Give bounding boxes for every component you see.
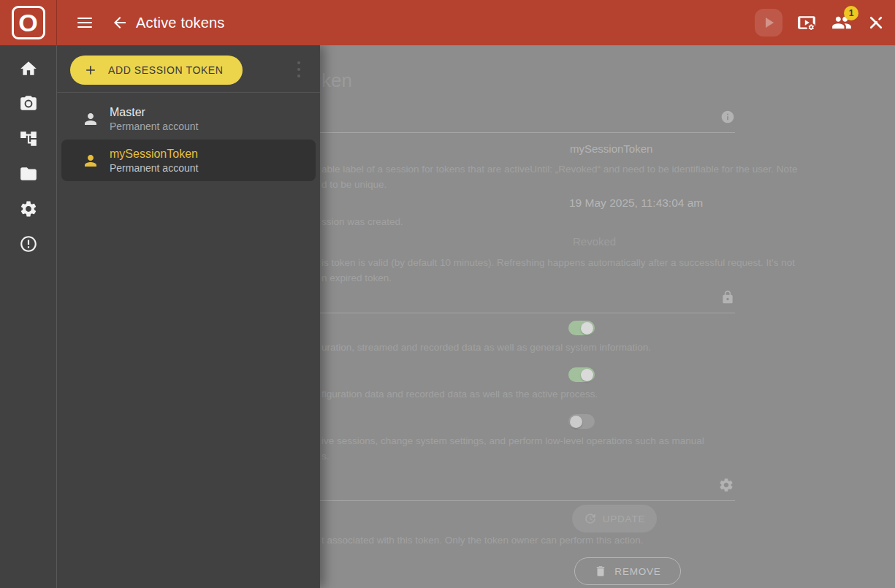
token-drawer: ADD SESSION TOKEN Master Permanent accou…	[57, 45, 320, 588]
topbar-actions: 1	[755, 9, 895, 37]
write-permission-help: figuration data and recorded data as wel…	[321, 389, 598, 400]
page-title: Active tokens	[136, 15, 225, 31]
label-help-line2: d to be unique.	[321, 179, 386, 190]
toggle-knob	[581, 369, 593, 381]
camera-icon[interactable]	[19, 94, 38, 113]
token-name: mySessionToken	[110, 148, 198, 161]
toggle-knob	[570, 416, 582, 428]
kebab-menu-icon[interactable]	[297, 61, 301, 77]
token-name: Master	[110, 106, 198, 119]
play-icon	[760, 14, 777, 31]
active-users-button[interactable]: 1	[831, 12, 853, 33]
add-session-token-button[interactable]: ADD SESSION TOKEN	[70, 56, 243, 85]
update-button[interactable]: UPDATE	[572, 505, 657, 532]
home-icon[interactable]	[19, 59, 38, 78]
admin-permission-help-line1: ive sessions, change system settings, an…	[321, 435, 704, 446]
page-title-fragment: ken	[321, 69, 352, 92]
remove-button[interactable]: REMOVE	[574, 557, 681, 585]
write-permission-toggle[interactable]	[568, 367, 595, 382]
gear-field-icon[interactable]	[718, 477, 734, 493]
admin-permission-toggle[interactable]	[568, 414, 595, 429]
token-subtitle: Permanent account	[110, 162, 198, 174]
token-subtitle: Permanent account	[110, 121, 198, 132]
info-icon[interactable]	[720, 110, 735, 124]
toggle-knob	[581, 322, 593, 335]
active-until-help-line2: n expired token.	[321, 272, 392, 283]
settings-icon[interactable]	[19, 199, 38, 218]
screen-record-settings-icon[interactable]	[797, 13, 816, 32]
read-permission-help: uration, streamed and recorded data as w…	[321, 342, 651, 353]
user-count-badge: 1	[844, 6, 858, 20]
token-list-item-mysessiontoken[interactable]: mySessionToken Permanent account	[61, 140, 316, 181]
menu-icon[interactable]	[77, 18, 92, 28]
play-button-disabled	[755, 9, 782, 37]
app-screen: ken mySessionToken able label of a sessi…	[0, 0, 895, 588]
token-label-value[interactable]: mySessionToken	[570, 142, 652, 155]
remove-button-label: REMOVE	[614, 566, 660, 577]
account-tree-icon[interactable]	[19, 129, 38, 148]
read-permission-toggle[interactable]	[568, 321, 595, 335]
active-until-value: Revoked	[573, 235, 616, 248]
person-icon	[82, 152, 99, 169]
update-icon	[584, 512, 597, 525]
tools-icon[interactable]	[867, 14, 885, 31]
created-value: 19 May 2025, 11:43:04 am	[569, 196, 703, 210]
folder-icon[interactable]	[19, 164, 38, 183]
active-until-help-line1: is token is valid (by default 10 minutes…	[321, 257, 795, 268]
plus-icon	[83, 63, 98, 77]
back-arrow-icon[interactable]	[111, 14, 129, 31]
error-icon[interactable]	[19, 234, 38, 253]
nav-rail	[0, 45, 57, 588]
label-help-line1: able label of a session for tokens that …	[321, 164, 797, 175]
app-logo: O	[0, 0, 57, 45]
lock-icon	[720, 290, 735, 305]
token-list-item-master[interactable]: Master Permanent account	[57, 98, 320, 140]
update-button-label: UPDATE	[603, 513, 646, 524]
top-app-bar: O Active tokens 1	[0, 0, 895, 45]
remove-help: t associated with this token. Only the t…	[321, 535, 643, 546]
created-help: ssion was created.	[321, 216, 403, 227]
admin-permission-help-line2: s.	[321, 451, 330, 462]
logo-o-icon: O	[12, 6, 45, 39]
trash-icon	[594, 565, 607, 578]
person-icon	[82, 110, 99, 128]
token-list: Master Permanent account mySessionToken …	[57, 93, 320, 181]
drawer-header: ADD SESSION TOKEN	[57, 45, 320, 93]
add-session-token-label: ADD SESSION TOKEN	[108, 64, 224, 76]
